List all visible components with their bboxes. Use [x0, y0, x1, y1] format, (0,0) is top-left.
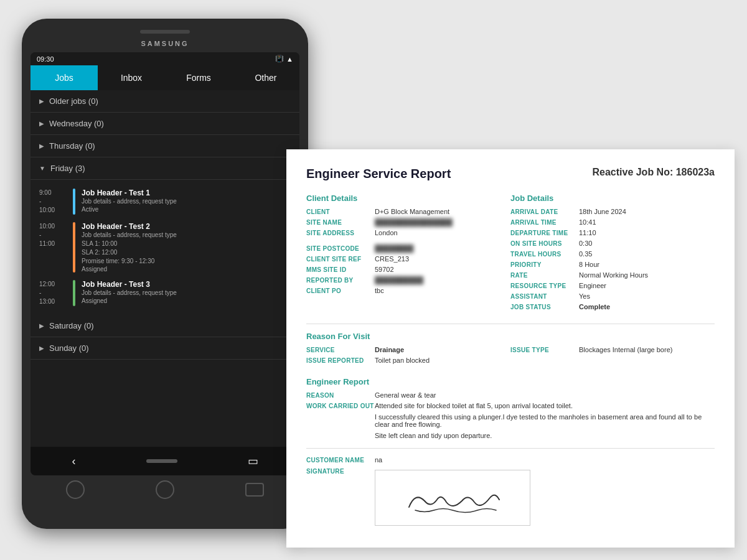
arrival-time-value: 10:41: [579, 218, 715, 226]
status-bar: 09:30 📳 ▲: [31, 52, 299, 65]
travel-hours-row: TRAVEL HOURS 0.35: [510, 250, 715, 258]
job-bar: [73, 222, 75, 273]
nav-tabs: Jobs Inbox Forms Other: [31, 65, 299, 90]
tab-forms[interactable]: Forms: [165, 65, 232, 90]
list-item[interactable]: 10:00 - 11:00 Job Header - Test 2 Job de…: [31, 218, 299, 276]
site-address-row: SITE ADDRESS London: [306, 229, 510, 236]
client-site-ref-row: CLIENT SITE REF CRES_213: [306, 255, 510, 263]
divider-2: [306, 448, 715, 449]
work-line-3: Site left clean and tidy upon departure.: [375, 432, 715, 439]
job-title: Job Header - Test 1: [82, 189, 291, 197]
job-time: 9:00 - 10:00: [39, 189, 67, 215]
job-title: Job Header - Test 2: [82, 222, 291, 231]
service-row: SERVICE Drainage: [306, 346, 510, 353]
recent-button[interactable]: ▭: [235, 452, 271, 470]
job-status-label: JOB STATUS: [510, 303, 579, 310]
section-label: Saturday (0): [49, 321, 94, 330]
engineer-report-section: Engineer Report REASON General wear & te…: [306, 377, 715, 439]
engineer-service-report: Engineer Service Report Reactive Job No:…: [286, 149, 735, 548]
section-friday[interactable]: ▼ Friday (3): [31, 157, 299, 180]
resource-type-value: Engineer: [579, 282, 715, 289]
client-po-value: tbc: [375, 287, 510, 294]
site-name-row: SITE NAME ████████████████: [306, 218, 510, 226]
assistant-label: ASSISTANT: [510, 292, 579, 300]
arrival-date-value: 18th June 2024: [579, 208, 715, 215]
arrival-date-row: ARRIVAL DATE 18th June 2024: [510, 208, 715, 215]
customer-name-row: CUSTOMER NAME na: [306, 456, 715, 464]
home-button[interactable]: [146, 459, 177, 463]
job-details: Job Header - Test 2 Job details - addres…: [82, 222, 291, 273]
chevron-icon: ▶: [39, 322, 44, 329]
tab-jobs[interactable]: Jobs: [31, 65, 98, 90]
tab-inbox[interactable]: Inbox: [98, 65, 165, 90]
assistant-row: ASSISTANT Yes: [510, 292, 715, 300]
reason-row: REASON General wear & tear: [306, 391, 715, 399]
issue-reported-value: Toilet pan blocked: [375, 357, 510, 364]
section-saturday[interactable]: ▶ Saturday (0): [31, 315, 299, 337]
section-thursday[interactable]: ▶ Thursday (0): [31, 135, 299, 157]
site-postcode-value: ████████: [375, 245, 510, 252]
chevron-icon: ▶: [39, 142, 44, 149]
list-item[interactable]: 9:00 - 10:00 Job Header - Test 1 Job det…: [31, 185, 299, 218]
work-line-2: I successfully cleared this using a plun…: [375, 413, 715, 428]
priority-label: PRIORITY: [510, 261, 579, 268]
arrival-date-label: ARRIVAL DATE: [510, 208, 579, 215]
reason-columns: SERVICE Drainage ISSUE REPORTED Toilet p…: [306, 346, 715, 367]
report-header: Engineer Service Report Reactive Job No:…: [306, 167, 715, 181]
departure-time-label: DEPARTURE TIME: [510, 229, 579, 236]
section-wednesday[interactable]: ▶ Wednesday (0): [31, 113, 299, 135]
list-item[interactable]: 12:00 - 13:00 Job Header - Test 3 Job de…: [31, 276, 299, 310]
back-button[interactable]: ‹: [60, 452, 88, 470]
jobs-list[interactable]: ▶ Older jobs (0) ▶ Wednesday (0) ▶ Thurs…: [31, 90, 299, 447]
departure-time-value: 11:10: [579, 229, 715, 236]
back-physical-button[interactable]: [66, 480, 85, 499]
wifi-icon: ▲: [286, 55, 293, 63]
site-name-label: SITE NAME: [306, 218, 375, 226]
job-sla1: SLA 1: 10:00: [82, 240, 291, 248]
home-physical-button[interactable]: [156, 480, 174, 499]
section-older-jobs[interactable]: ▶ Older jobs (0): [31, 90, 299, 113]
mms-site-id-label: MMS SITE ID: [306, 266, 375, 273]
vibrate-icon: 📳: [275, 55, 284, 63]
job-details: Job Header - Test 1 Job details - addres…: [82, 189, 291, 215]
recent-physical-button[interactable]: [245, 483, 264, 497]
reason-label: REASON: [306, 391, 375, 399]
status-icons: 📳 ▲: [275, 55, 293, 63]
site-postcode-label: SITE POSTCODE: [306, 245, 375, 252]
signature-row: SIGNATURE: [306, 467, 715, 526]
arrival-time-row: ARRIVAL TIME 10:41: [510, 218, 715, 226]
rate-row: RATE Normal Working Hours: [510, 271, 715, 279]
customer-name-label: CUSTOMER NAME: [306, 456, 375, 464]
resource-type-row: RESOURCE TYPE Engineer: [510, 282, 715, 289]
phone-bottom-bar: [31, 475, 299, 502]
friday-jobs: 9:00 - 10:00 Job Header - Test 1 Job det…: [31, 180, 299, 315]
signature-svg: [390, 476, 515, 520]
section-sunday[interactable]: ▶ Sunday (0): [31, 337, 299, 360]
job-bar: [73, 189, 75, 215]
phone-brand: SAMSUNG: [31, 40, 299, 47]
reported-by-value: ██████████: [375, 276, 510, 284]
report-job-number: Reactive Job No: 186023a: [592, 167, 715, 178]
arrival-time-label: ARRIVAL TIME: [510, 218, 579, 226]
section-label: Friday (3): [50, 164, 85, 173]
section-label: Sunday (0): [49, 343, 89, 353]
section-label: Older jobs (0): [49, 96, 98, 106]
customer-name-value: na: [375, 456, 715, 464]
report-title: Engineer Service Report: [306, 167, 451, 181]
resource-type-label: RESOURCE TYPE: [510, 282, 579, 289]
chevron-icon: ▶: [39, 345, 44, 352]
client-po-label: CLIENT PO: [306, 287, 375, 294]
job-sub: Job details - address, request type: [82, 289, 291, 297]
mms-site-id-value: 59702: [375, 266, 510, 273]
job-promise: Promise time: 9:30 - 12:30: [82, 257, 291, 266]
phone-device: SAMSUNG 09:30 📳 ▲ Jobs Inbox Forms Other: [22, 19, 308, 529]
travel-hours-label: TRAVEL HOURS: [510, 250, 579, 258]
issue-type-label: ISSUE TYPE: [510, 346, 579, 353]
chevron-icon: ▶: [39, 120, 44, 127]
client-details-heading: Client Details: [306, 194, 510, 203]
phone-screen: 09:30 📳 ▲ Jobs Inbox Forms Other ▶ Older…: [31, 52, 299, 475]
job-details-col: Job Details ARRIVAL DATE 18th June 2024 …: [510, 194, 715, 314]
job-status: Assigned: [82, 266, 291, 273]
job-status-value: Complete: [579, 303, 715, 310]
tab-other[interactable]: Other: [232, 65, 299, 90]
